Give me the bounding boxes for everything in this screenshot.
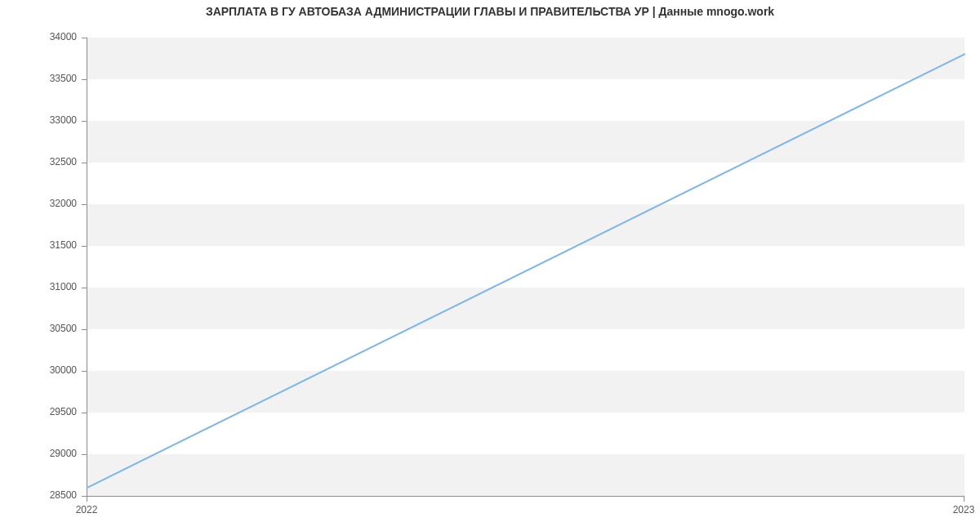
y-axis-tick [82,163,87,163]
y-axis-tick [82,204,87,205]
y-axis-tick-label: 30000 [0,364,77,376]
y-axis-tick-label: 32500 [0,156,77,167]
y-axis-tick-label: 31500 [0,239,77,251]
y-axis-tick [82,79,87,80]
y-axis-tick [82,454,87,455]
y-axis-tick-label: 34000 [0,31,77,42]
chart-title: ЗАРПЛАТА В ГУ АВТОБАЗА АДМИНИСТРАЦИИ ГЛА… [0,5,980,18]
y-axis-tick-label: 33000 [0,114,77,126]
y-axis-tick [82,288,87,288]
y-axis-tick [82,413,87,413]
y-axis-tick [82,38,87,38]
chart-container: ЗАРПЛАТА В ГУ АВТОБАЗА АДМИНИСТРАЦИИ ГЛА… [0,0,980,531]
x-axis-tick-label: 2022 [76,504,98,515]
y-axis-tick-label: 30500 [0,323,77,334]
y-axis-tick [82,371,87,372]
y-axis-tick-label: 28500 [0,489,77,501]
x-axis-tick [87,497,87,502]
y-axis-tick-label: 32000 [0,198,77,209]
y-axis-tick [82,246,87,247]
x-axis-tick-label: 2023 [953,504,975,515]
y-axis-tick-label: 31000 [0,281,77,292]
y-axis-tick [82,329,87,330]
y-axis-tick-label: 29000 [0,448,77,459]
y-axis-tick [82,121,87,122]
line-series-svg [87,38,964,496]
plot-area [87,38,964,497]
y-axis-tick-label: 29500 [0,406,77,417]
x-axis-tick [964,497,964,502]
data-line [87,54,964,487]
y-axis-tick-label: 33500 [0,73,77,84]
